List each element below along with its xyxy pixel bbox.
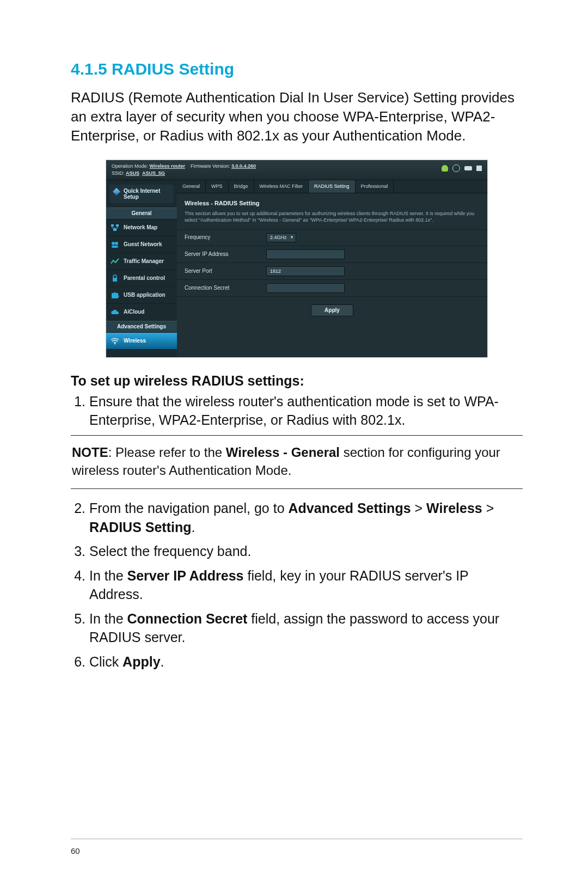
guest-network-icon	[111, 241, 119, 248]
sidebar-item-label: Guest Network	[124, 241, 162, 248]
ssid1[interactable]: ASUS	[126, 170, 139, 176]
tabs: General WPS Bridge Wireless MAC Filter R…	[177, 180, 487, 193]
svg-point-4	[115, 242, 118, 245]
user-icon[interactable]	[442, 165, 448, 172]
fw-value[interactable]: 3.0.0.4.260	[231, 163, 256, 169]
row-server-port: Server Port	[177, 263, 487, 280]
instructions-heading: To set up wireless RADIUS settings:	[71, 373, 523, 389]
traffic-manager-icon	[111, 258, 119, 265]
panel-title: Wireless - RADIUS Setting	[177, 193, 487, 210]
row-connection-secret: Connection Secret	[177, 280, 487, 297]
tab-mac-filter[interactable]: Wireless MAC Filter	[254, 180, 309, 193]
wifi-icon	[111, 337, 119, 345]
sidebar-header-general: General	[106, 207, 177, 219]
steps-list-2: From the navigation panel, go to Advance…	[71, 499, 523, 671]
lock-icon	[111, 274, 119, 282]
note-bold: Wireless - General	[226, 445, 340, 460]
quick-internet-setup[interactable]: Quick Internet Setup	[109, 185, 174, 203]
steps-list-1: Ensure that the wireless router's authen…	[71, 392, 523, 430]
logout-icon[interactable]	[476, 166, 482, 171]
server-ip-input[interactable]	[266, 249, 345, 259]
router-screenshot: Operation Mode: Wireless router Firmware…	[106, 160, 488, 358]
row-server-ip: Server IP Address	[177, 246, 487, 263]
tab-bridge[interactable]: Bridge	[229, 180, 254, 193]
panel-description: This section allows you to set up additi…	[177, 210, 487, 230]
svg-rect-1	[116, 224, 119, 227]
server-port-label: Server Port	[185, 268, 266, 274]
svg-point-7	[114, 343, 115, 344]
router-main: General WPS Bridge Wireless MAC Filter R…	[177, 180, 487, 357]
tab-wps[interactable]: WPS	[206, 180, 229, 193]
apply-button[interactable]: Apply	[311, 304, 353, 316]
sidebar-header-advanced: Advanced Settings	[106, 321, 177, 333]
frequency-select[interactable]: 2.4GHz	[266, 233, 296, 242]
step-6: Click Apply.	[89, 652, 523, 671]
sidebar-item-traffic-manager[interactable]: Traffic Manager	[106, 253, 177, 270]
sidebar-item-label: Parental control	[124, 275, 165, 282]
section-intro: RADIUS (Remote Authentication Dial In Us…	[71, 88, 523, 145]
tab-general[interactable]: General	[177, 180, 206, 193]
step-1: Ensure that the wireless router's authen…	[89, 392, 523, 430]
svg-rect-0	[111, 224, 114, 227]
connection-secret-label: Connection Secret	[185, 285, 266, 291]
sidebar-item-guest-network[interactable]: Guest Network	[106, 236, 177, 253]
note-prefix: NOTE	[72, 445, 108, 460]
tab-professional[interactable]: Professional	[356, 180, 394, 193]
step-3: Select the frequency band.	[89, 542, 523, 561]
svg-rect-5	[112, 246, 118, 248]
row-frequency: Frequency 2.4GHz	[177, 230, 487, 246]
tab-radius-setting[interactable]: RADIUS Setting	[309, 180, 356, 193]
sidebar-item-parental-control[interactable]: Parental control	[106, 270, 177, 287]
fw-label: Firmware Version:	[191, 163, 230, 169]
op-mode-label: Operation Mode:	[112, 163, 148, 169]
topbar-icons	[442, 163, 482, 172]
sidebar-item-label: Wireless	[124, 338, 146, 344]
network-map-icon	[111, 224, 119, 231]
svg-rect-6	[113, 278, 117, 282]
router-sidebar: Quick Internet Setup General Network Map…	[106, 180, 177, 357]
sidebar-item-label: USB application	[124, 292, 166, 298]
ssid-label: SSID:	[112, 170, 125, 176]
manual-page: 4.1.5 RADIUS Setting RADIUS (Remote Auth…	[0, 0, 588, 671]
cloud-icon	[111, 308, 119, 316]
sidebar-item-label: AiCloud	[124, 309, 144, 315]
sidebar-item-label: Traffic Manager	[124, 258, 164, 265]
router-topbar: Operation Mode: Wireless router Firmware…	[106, 160, 487, 180]
puzzle-icon	[111, 291, 119, 299]
globe-icon[interactable]	[452, 164, 460, 172]
topbar-text: Operation Mode: Wireless router Firmware…	[112, 163, 442, 178]
ssid2[interactable]: ASUS_5G	[142, 170, 165, 176]
svg-rect-2	[113, 229, 117, 231]
sidebar-item-network-map[interactable]: Network Map	[106, 219, 177, 236]
section-title-text: RADIUS Setting	[112, 60, 234, 78]
server-port-input[interactable]	[266, 266, 345, 276]
sidebar-item-label: Network Map	[124, 224, 157, 231]
op-mode-value[interactable]: Wireless router	[150, 163, 185, 169]
sidebar-item-usb-application[interactable]: USB application	[106, 287, 177, 304]
connection-secret-input[interactable]	[266, 283, 345, 293]
server-ip-label: Server IP Address	[185, 251, 266, 258]
page-number: 60	[71, 846, 80, 856]
sidebar-item-wireless[interactable]: Wireless	[106, 333, 177, 350]
note-text-1: : Please refer to the	[108, 445, 226, 460]
section-number: 4.1.5	[71, 60, 107, 78]
usb-icon[interactable]	[464, 166, 472, 170]
svg-point-3	[112, 242, 115, 245]
frequency-label: Frequency	[185, 234, 266, 241]
note-box: NOTE: Please refer to the Wireless - Gen…	[71, 435, 523, 489]
step-2: From the navigation panel, go to Advance…	[89, 499, 523, 536]
footer-rule	[71, 839, 523, 839]
section-heading: 4.1.5 RADIUS Setting	[71, 60, 523, 78]
sidebar-item-aicloud[interactable]: AiCloud	[106, 304, 177, 321]
step-5: In the Connection Secret field, assign t…	[89, 609, 523, 647]
step-4: In the Server IP Address field, key in y…	[89, 566, 523, 604]
